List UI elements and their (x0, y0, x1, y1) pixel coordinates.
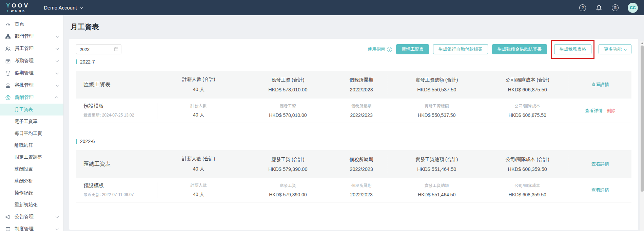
sidebar-item-policy[interactable]: 制度管理 (0, 223, 63, 231)
button-label: 更多功能 (604, 46, 622, 52)
sidebar-item-label: 首頁 (15, 21, 24, 27)
chevron-down-icon (80, 5, 83, 9)
delete-link[interactable]: 刪除 (607, 108, 616, 114)
sidebar-subitem-operation-log[interactable]: 操作紀錄 (0, 187, 63, 199)
cell-value: 2022/2023 (336, 87, 387, 92)
cell-value: HKD$ 579,390.00 (240, 192, 336, 197)
cell-value: HKD$ 608,359.50 (486, 192, 569, 197)
sidebar-item-approval[interactable]: 審批管理 (0, 79, 63, 91)
company-cost-cell: 公司/團隊成本 (合計) HKD$ 608,359.50 (486, 157, 569, 172)
net-pay-cell: 實發工資總額 (合計) HKD$ 551,464.50 (387, 155, 486, 173)
cell-value: 40 人 (157, 192, 240, 198)
cell-value: 40 人 (157, 86, 240, 93)
company-cost-cell: 公司/團隊成本 (合計) HKD$ 606,875.50 (486, 77, 569, 92)
attendance-calendar-icon (5, 58, 11, 64)
sidebar-item-announcement[interactable]: 公告管理 (0, 211, 63, 223)
sidebar-item-label: 薪酬管理 (15, 94, 34, 101)
tax-period-cell: 個稅所屬期 2022/2023 (336, 157, 387, 172)
sidebar-item-home[interactable]: 首頁 (0, 18, 63, 30)
department-icon (5, 33, 11, 39)
more-functions-button[interactable]: 更多功能 (599, 44, 631, 54)
headcount-cell: 計薪人數 40 人 (157, 182, 240, 198)
vacation-icon (5, 70, 11, 76)
generate-bank-autopay-file-button[interactable]: 生成銀行自動付款檔案 (433, 44, 488, 54)
account-switcher[interactable]: Demo Account (44, 5, 82, 11)
summary-name: 匯總工資表 (76, 155, 157, 173)
yoov-work-logo[interactable]: YOOV ●WORK (6, 3, 30, 13)
generate-tax-form-button[interactable]: 生成稅務表格 (554, 44, 591, 54)
company-cost-cell: 公司/團隊成本 HKD$ 606,875.50 (486, 103, 569, 118)
usage-guide-link[interactable]: 使用指南 ? (368, 46, 392, 52)
view-details-link[interactable]: 查看詳情 (585, 108, 603, 114)
sidebar-item-attendance[interactable]: 考勤管理 (0, 55, 63, 67)
notifications-button[interactable] (595, 4, 603, 12)
row-actions: 查看詳情 (569, 182, 631, 198)
language-button[interactable]: 繁 (611, 4, 619, 12)
sidebar-item-department[interactable]: 部門管理 (0, 30, 63, 42)
cell-label: 實發工資總額 (387, 183, 486, 189)
sidebar-subitem-label: 操作紀錄 (15, 190, 33, 196)
sidebar-item-payroll[interactable]: 薪酬管理 (0, 91, 63, 104)
gross-pay-cell: 應發工資 (合計) HKD$ 578,010.00 (240, 77, 336, 92)
year-picker[interactable] (76, 44, 121, 54)
sidebar-subitem-payroll-analysis[interactable]: 薪酬分析 (0, 175, 63, 187)
cell-label: 公司/團隊成本 (486, 103, 569, 109)
sidebar-subitem-fixed-wage-adjustment[interactable]: 固定工資調整 (0, 151, 63, 163)
cell-value: HKD$ 606,875.50 (486, 87, 569, 92)
sidebar-subitem-label: 電子工資單 (15, 119, 38, 125)
tax-period-cell: 個稅所屬期 2022/2023 (336, 183, 387, 197)
sidebar-item-leave[interactable]: 假期管理 (0, 67, 63, 79)
row-actions: 查看詳情 (569, 75, 631, 94)
sidebar-subitem-label: 重新初始化 (15, 202, 38, 208)
cell-value: HKD$ 551,464.50 (387, 166, 486, 172)
cell-label: 應發工資 (合計) (240, 77, 336, 83)
chevron-down-icon (56, 59, 59, 62)
sidebar-subitem-epayslip[interactable]: 電子工資單 (0, 116, 63, 127)
summary-name: 匯總工資表 (76, 75, 157, 94)
view-details-link[interactable]: 查看詳情 (591, 161, 609, 167)
salary-dollar-icon (5, 94, 11, 101)
logo-text-bottom: ●WORK (6, 10, 30, 13)
sidebar-item-label: 公告管理 (15, 214, 34, 220)
sidebar-item-employee[interactable]: 員工管理 (0, 42, 63, 55)
payroll-section-2022-6: 2022-6 匯總工資表 計薪人數 (合計) 40 人 應發工資 (合計) HK… (76, 139, 631, 202)
net-pay-cell: 實發工資總額 (合計) HKD$ 550,537.50 (387, 75, 486, 94)
sidebar-subitem-termination-settlement[interactable]: 離職結算 (0, 139, 63, 151)
button-label: 新增工資表 (402, 46, 424, 52)
gross-pay-cell: 應發工資 (合計) HKD$ 579,390.00 (240, 157, 336, 172)
sidebar-subitem-label: 薪酬分析 (15, 178, 33, 184)
view-details-link[interactable]: 查看詳情 (591, 82, 609, 88)
cell-value: HKD$ 606,875.50 (486, 112, 569, 118)
sidebar-item-label: 假期管理 (15, 70, 34, 76)
sidebar-subitem-label: 每日平均工資 (15, 130, 42, 137)
vertical-scrollbar[interactable] (640, 41, 644, 231)
sidebar-subitem-label: 月工資表 (15, 107, 33, 113)
scrollbar-thumb[interactable] (641, 46, 644, 192)
question-circle-icon: ? (387, 47, 392, 52)
add-payroll-button[interactable]: 新增工資表 (396, 44, 429, 54)
scrollbar-up-icon[interactable] (641, 42, 644, 44)
help-button[interactable]: ? (579, 4, 586, 12)
sidebar: 首頁 部門管理 員工管理 考勤管理 (0, 15, 64, 231)
sidebar-subitem-label: 離職結算 (15, 142, 33, 148)
cell-label: 實發工資總額 (合計) (387, 77, 486, 83)
sidebar-subitem-monthly-payroll[interactable]: 月工資表 (0, 104, 63, 116)
headcount-cell: 計薪人數 40 人 (157, 103, 240, 118)
sidebar-subitem-payroll-settings[interactable]: 薪酬設置 (0, 163, 63, 175)
template-name-cell: 預設模板 最近更新: 2024-07-25 13:02 (76, 103, 157, 119)
toolbar: 使用指南 ? 新增工資表 生成銀行自動付款檔案 生成強積金供款結算書 生成稅務表… (76, 44, 631, 54)
sidebar-subitem-reinitialize[interactable]: 重新初始化 (0, 199, 63, 211)
employee-icon (5, 46, 11, 52)
generate-mpf-statement-button[interactable]: 生成強積金供款結算書 (492, 44, 547, 54)
cell-value: HKD$ 578,010.00 (240, 112, 336, 118)
view-details-link[interactable]: 查看詳情 (591, 187, 609, 193)
language-icon: 繁 (612, 4, 619, 11)
summary-row: 匯總工資表 計薪人數 (合計) 40 人 應發工資 (合計) HKD$ 579,… (76, 150, 631, 178)
net-pay-cell: 實發工資總額 HKD$ 551,464.50 (387, 182, 486, 198)
sidebar-subitem-daily-average-wage[interactable]: 每日平均工資 (0, 127, 63, 139)
avatar[interactable]: CC (628, 3, 638, 13)
chevron-down-icon (56, 83, 59, 87)
tax-period-cell: 個稅所屬期 2022/2023 (336, 77, 387, 92)
company-cost-cell: 公司/團隊成本 HKD$ 608,359.50 (486, 183, 569, 197)
chevron-down-icon (56, 215, 59, 218)
